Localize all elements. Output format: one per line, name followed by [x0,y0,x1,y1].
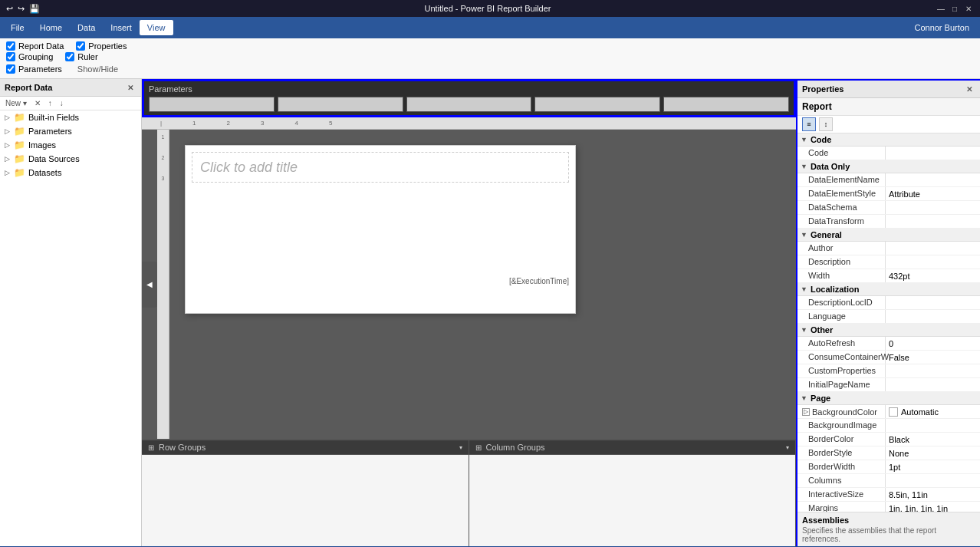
checkbox-report-data[interactable] [6,41,15,51]
prop-section-other[interactable]: ▼ Other [797,324,980,337]
section-localization-label: Localization [811,285,860,294]
tree-item-parameters[interactable]: ▷ 📁 Parameters [0,124,141,138]
assemblies-description: Specifies the assemblies that the report… [802,526,975,543]
title-placeholder: Click to add title [200,160,298,176]
prop-name-code: Code [797,147,886,160]
prop-value-border-width[interactable]: 1pt [886,460,980,473]
row-groups-expand[interactable]: ▾ [459,444,462,451]
prop-section-page[interactable]: ▼ Page [797,392,980,405]
column-groups-section: ⊞ Column Groups ▾ [469,440,797,546]
ribbon: Report Data Properties Grouping Ruler Pa… [0,38,980,79]
vertical-ruler: 1 2 3 [157,130,169,439]
show-hide-button[interactable]: Show/Hide [74,63,121,75]
prop-value-bg-color[interactable]: Automatic [886,405,980,418]
prop-value-consume-container[interactable]: False [886,351,980,364]
prop-value-bg-image[interactable] [886,419,980,432]
param-input-1[interactable] [149,97,275,112]
ribbon-checkbox-grouping[interactable]: Grouping [6,52,53,61]
report-body-area[interactable]: [&ExecutionTime] [186,189,575,288]
menu-insert[interactable]: Insert [103,20,140,35]
report-data-close-btn[interactable]: ✕ [124,81,136,94]
prop-row-width: Width 432pt [797,269,980,283]
prop-value-author[interactable] [886,242,980,255]
prop-value-data-schema[interactable] [886,201,980,214]
prop-value-custom-properties[interactable] [886,364,980,377]
tree-item-images[interactable]: ▷ 📁 Images [0,138,141,152]
menu-view[interactable]: View [140,20,173,35]
column-groups-label: Column Groups [486,443,545,452]
prop-section-localization[interactable]: ▼ Localization [797,283,980,296]
tree-item-built-in[interactable]: ▷ 📁 Built-in Fields [0,110,141,124]
prop-value-code[interactable] [886,147,980,160]
prop-row-bg-image: BackgroundImage [797,419,980,433]
ribbon-checkbox-properties[interactable]: Properties [76,41,127,51]
folder-icon-parameters: 📁 [14,126,25,137]
checkbox-properties[interactable] [76,41,85,51]
checkbox-ruler[interactable] [65,52,74,61]
prop-value-border-color[interactable]: Black [886,433,980,446]
prop-section-code[interactable]: ▼ Code [797,133,980,147]
column-groups-body [469,455,796,546]
sort-alpha-btn[interactable]: ↕ [819,117,833,131]
move-down-button[interactable]: ↓ [58,98,66,108]
ribbon-checkbox-ruler[interactable]: Ruler [65,52,97,61]
prop-value-data-element-name[interactable] [886,173,980,186]
quick-access-undo[interactable]: ↩ [6,4,13,14]
prop-section-data-only[interactable]: ▼ Data Only [797,160,980,173]
sort-category-btn[interactable]: ≡ [802,117,816,131]
quick-access-redo[interactable]: ↪ [18,4,25,14]
parameters-bar: Parameters [142,79,796,117]
prop-name-bg-color: ▷ BackgroundColor [797,405,886,418]
column-groups-expand[interactable]: ▾ [786,444,789,451]
tree-label-data-sources: Data Sources [28,154,80,163]
properties-close-btn[interactable]: ✕ [963,83,975,95]
menu-home[interactable]: Home [32,20,70,35]
new-button[interactable]: New ▾ [3,98,29,108]
maximize-btn[interactable]: □ [949,3,960,14]
prop-value-columns[interactable] [886,474,980,487]
checkbox-grouping[interactable] [6,52,15,61]
prop-name-interactive-size: InteractiveSize [797,488,886,501]
close-btn[interactable]: ✕ [963,3,974,14]
tree-item-datasets[interactable]: ▷ 📁 Datasets [0,166,141,180]
prop-value-language[interactable] [886,310,980,323]
prop-value-description-loc-id[interactable] [886,296,980,309]
section-general-expand: ▼ [801,231,807,239]
ribbon-row-1: Report Data Properties [6,41,974,51]
prop-value-border-style[interactable]: None [886,446,980,460]
bg-color-expand[interactable]: ▷ [802,408,810,416]
prop-value-margins[interactable]: 1in, 1in, 1in, 1in [886,502,980,512]
report-title-area[interactable]: Click to add title [192,152,569,183]
prop-value-interactive-size[interactable]: 8.5in, 11in [886,488,980,501]
report-canvas[interactable]: Click to add title [&ExecutionTime] [185,145,576,314]
prop-value-description[interactable] [886,255,980,269]
row-groups-section: ⊞ Row Groups ▾ [142,440,469,546]
prop-row-bg-color: ▷ BackgroundColor Automatic [797,405,980,419]
ribbon-checkbox-parameters[interactable]: Parameters [6,64,62,74]
param-input-3[interactable] [406,97,532,112]
quick-access-save[interactable]: 💾 [29,4,40,14]
prop-value-auto-refresh[interactable]: 0 [886,337,980,350]
minimize-btn[interactable]: — [936,3,946,14]
prop-name-data-schema: DataSchema [797,201,886,214]
param-input-4[interactable] [534,97,660,112]
menu-data[interactable]: Data [70,20,103,35]
param-input-2[interactable] [278,97,403,112]
param-input-5[interactable] [663,97,789,112]
menu-file[interactable]: File [3,20,32,35]
move-up-button[interactable]: ↑ [46,98,54,108]
checkbox-parameters[interactable] [6,64,15,74]
properties-toolbar: ≡ ↕ [797,116,980,133]
ribbon-checkbox-report-data[interactable]: Report Data [6,41,64,51]
delete-button[interactable]: ✕ [32,98,43,108]
prop-value-initial-page-name[interactable] [886,378,980,391]
prop-section-general[interactable]: ▼ General [797,229,980,242]
prop-name-language: Language [797,310,886,323]
tree-item-data-sources[interactable]: ▷ 📁 Data Sources [0,152,141,166]
expand-images: ▷ [5,141,10,149]
prop-value-data-element-style[interactable]: Attribute [886,187,980,200]
prop-value-data-transform[interactable] [886,215,980,228]
groups-panel: ⊞ Row Groups ▾ ⊞ Column Groups ▾ [142,439,796,546]
collapse-tab[interactable]: ◀ [142,262,157,308]
prop-value-width[interactable]: 432pt [886,269,980,282]
